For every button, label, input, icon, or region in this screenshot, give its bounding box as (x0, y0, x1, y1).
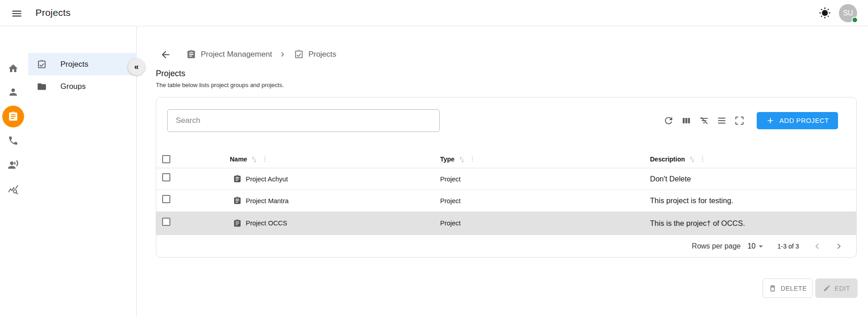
project-name: Project Achyut (246, 176, 288, 183)
rows-per-page-label: Rows per page (692, 242, 741, 250)
page-subtitle: The table below lists project groups and… (156, 82, 284, 88)
column-menu-icon[interactable] (699, 156, 706, 163)
clipboard-check-icon (294, 49, 304, 59)
page-title: Projects (156, 69, 185, 78)
search-input[interactable] (167, 109, 440, 132)
table-row[interactable]: Project Mantra Project This project is f… (156, 190, 856, 212)
person-icon[interactable] (8, 87, 19, 98)
filter-off-icon[interactable] (699, 115, 709, 126)
row-checkbox[interactable] (162, 195, 170, 203)
density-icon[interactable] (716, 115, 727, 126)
record-voice-over-icon[interactable] (8, 159, 19, 170)
column-menu-icon[interactable] (261, 156, 268, 163)
edit-label: EDIT (835, 285, 850, 292)
menu-icon[interactable] (11, 8, 23, 20)
table-pagination: Rows per page 10 1-3 of 3 (156, 235, 856, 258)
column-header-name[interactable]: Name (230, 150, 268, 168)
row-checkbox[interactable] (162, 218, 170, 226)
clipboard-icon (186, 49, 196, 59)
sidebar-item-label: Groups (60, 82, 86, 91)
column-header-type[interactable]: Type (440, 150, 476, 168)
table-toolbar: ADD PROJECT (663, 108, 838, 133)
breadcrumb-current: Projects (308, 50, 336, 59)
project-type: Project (440, 212, 461, 234)
avatar[interactable]: SU (839, 4, 857, 22)
project-type: Project (440, 168, 461, 190)
pencil-icon (823, 284, 831, 292)
sidebar: Project Management Projects Groups « (0, 26, 137, 317)
project-name: Project Mantra (246, 197, 288, 205)
sort-icon[interactable] (688, 156, 696, 163)
online-status-dot (852, 17, 858, 23)
phone-icon[interactable] (8, 135, 19, 146)
next-page-icon[interactable] (833, 241, 844, 252)
sidebar-item-projects[interactable]: Projects (28, 53, 137, 75)
back-arrow-icon[interactable] (160, 49, 171, 60)
edit-button[interactable]: EDIT (815, 278, 858, 298)
refresh-icon[interactable] (663, 115, 674, 126)
chevron-down-icon (756, 241, 766, 251)
trash-icon (769, 284, 777, 293)
add-project-label: ADD PROJECT (779, 117, 829, 124)
view-columns-icon[interactable] (681, 115, 692, 126)
sidebar-collapse-button[interactable]: « (128, 59, 145, 75)
project-description: This project is for testing. (650, 190, 733, 211)
project-description: This is the projec† of OCCS. (650, 212, 745, 234)
column-header-description[interactable]: Description (650, 150, 706, 168)
collapse-chevrons-icon: « (134, 62, 139, 72)
project-type: Project (440, 190, 461, 211)
sidebar-item-label: Projects (60, 60, 88, 69)
folder-icon (37, 82, 47, 92)
sidebar-item-groups[interactable]: Groups (28, 75, 137, 98)
delete-label: DELETE (781, 285, 807, 292)
sort-icon[interactable] (458, 156, 466, 163)
table-header-row: Name Type Description (156, 150, 856, 168)
query-stats-icon[interactable] (8, 184, 19, 195)
project-management-module-icon[interactable] (2, 106, 24, 127)
row-checkbox[interactable] (162, 173, 170, 181)
top-app-bar: Projects SU (0, 0, 868, 26)
table-row[interactable]: Project Achyut Project Don't Delete (156, 168, 856, 190)
clipboard-icon (233, 196, 242, 205)
avatar-initials: SU (843, 9, 853, 17)
clipboard-icon (233, 219, 242, 228)
chevron-right-icon (278, 50, 287, 59)
project-name: Project OCCS (246, 219, 287, 227)
select-all-checkbox[interactable] (162, 155, 170, 163)
plus-icon (766, 116, 775, 125)
projects-table-card: ADD PROJECT Name Type Description Projec… (156, 97, 857, 258)
app-title: Projects (35, 7, 70, 18)
previous-page-icon[interactable] (812, 241, 823, 252)
sort-icon[interactable] (250, 156, 258, 163)
delete-button[interactable]: DELETE (763, 278, 813, 298)
breadcrumb: Project Management Projects (160, 47, 336, 62)
table-row-selected[interactable]: Project OCCS Project This is the projec†… (156, 212, 856, 235)
rows-per-page-select[interactable]: 10 (748, 241, 766, 251)
home-icon[interactable] (8, 63, 19, 74)
theme-sun-icon[interactable] (819, 7, 831, 19)
clipboard-icon (233, 175, 242, 183)
column-menu-icon[interactable] (469, 156, 476, 163)
add-project-button[interactable]: ADD PROJECT (757, 112, 838, 129)
pagination-range: 1-3 of 3 (778, 243, 799, 250)
breadcrumb-parent[interactable]: Project Management (201, 50, 272, 59)
clipboard-check-icon (37, 59, 47, 69)
project-description: Don't Delete (650, 168, 691, 190)
fullscreen-icon[interactable] (734, 115, 745, 126)
